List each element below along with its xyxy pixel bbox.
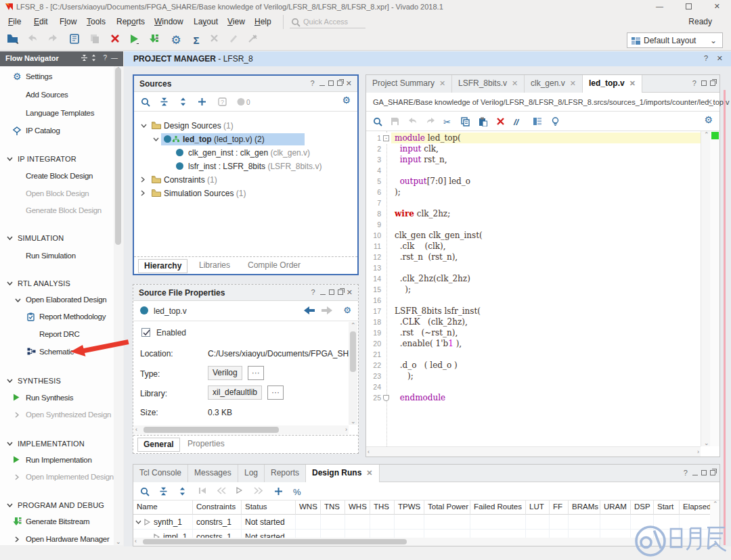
- indent-icon[interactable]: [533, 117, 542, 126]
- bottom-tab-log[interactable]: Log: [238, 465, 265, 482]
- settings-gear-icon[interactable]: ⚙: [343, 305, 351, 315]
- minimize-panel-icon[interactable]: [320, 289, 326, 295]
- menu-edit[interactable]: Edit: [34, 17, 48, 26]
- runs-cell[interactable]: impl_1: [133, 530, 193, 538]
- float-panel-icon[interactable]: [337, 80, 342, 86]
- expand-all-icon[interactable]: [179, 97, 187, 106]
- editor-tab-led-top-v[interactable]: led_top.v✕: [583, 75, 642, 93]
- menu-reports[interactable]: Reports: [116, 17, 145, 26]
- prev-run-icon[interactable]: [217, 487, 226, 494]
- menu-view[interactable]: View: [227, 17, 245, 26]
- help-icon[interactable]: ?: [692, 79, 698, 87]
- float-panel-icon[interactable]: [710, 80, 715, 86]
- tree-item-clk-gen-inst-clk-gen[interactable]: clk_gen_inst : clk_gen (clk_gen.v): [134, 146, 357, 160]
- messages-badge[interactable]: 0: [237, 97, 253, 106]
- minimize-panel-icon[interactable]: —: [111, 54, 118, 62]
- wand-icon[interactable]: [248, 34, 261, 47]
- close-tab-icon[interactable]: ✕: [512, 79, 518, 87]
- lightbulb-icon[interactable]: [552, 117, 559, 126]
- redo-icon[interactable]: [47, 34, 61, 47]
- tree-item-lsfr-inst-lsfr-8bits[interactable]: lsfr_inst : LSFR_8bits (LSFR_8bits.v): [134, 160, 357, 173]
- flownav-run-synthesis[interactable]: Run Synthesis: [0, 394, 115, 404]
- flownav-synthesis-section[interactable]: SYNTHESIS: [0, 377, 115, 388]
- quick-access-search[interactable]: Quick Access: [290, 16, 366, 28]
- menu-window[interactable]: Window: [154, 17, 183, 26]
- layout-selector[interactable]: Default Layout ⌄: [627, 32, 723, 48]
- bottom-tab-tcl-console[interactable]: Tcl Console: [133, 465, 188, 482]
- sources-tab-hierarchy[interactable]: Hierarchy: [138, 259, 187, 273]
- maximize-panel-icon[interactable]: [701, 470, 707, 475]
- flownav-run-simulation[interactable]: Run Simulation: [0, 252, 115, 262]
- editor-vertical-scrollbar[interactable]: ⌃⌄: [701, 131, 710, 446]
- expand-all-icon[interactable]: [90, 54, 97, 62]
- generate-bitstream-icon[interactable]: [149, 34, 162, 47]
- editor-tab-lsfr-8bits-v[interactable]: LSFR_8bits.v✕: [452, 75, 525, 93]
- menu-tools[interactable]: Tools: [87, 17, 106, 26]
- flownav-simulation-section[interactable]: SIMULATION: [0, 234, 115, 245]
- column-header-status[interactable]: Status: [242, 500, 296, 515]
- flownav-open-hardware-manager[interactable]: Open Hardware Manager: [0, 535, 115, 546]
- tree-item-led-top[interactable]: led_top (led_top.v) (2): [134, 133, 357, 146]
- settings-gear-icon[interactable]: ⚙: [704, 116, 713, 125]
- column-header-ths[interactable]: THS: [370, 500, 395, 515]
- more-button[interactable]: ···: [267, 386, 284, 400]
- column-header-wns[interactable]: WNS: [296, 500, 321, 515]
- forward-arrow-icon[interactable]: [322, 306, 332, 314]
- more-button[interactable]: ···: [248, 366, 264, 380]
- float-panel-icon[interactable]: [338, 289, 343, 295]
- flownav-add-sources[interactable]: Add Sources: [0, 91, 115, 101]
- maximize-panel-icon[interactable]: [329, 289, 334, 295]
- menu-help[interactable]: Help: [254, 17, 271, 26]
- collapse-all-icon[interactable]: [159, 487, 168, 496]
- sfp-field-value[interactable]: xil_defaultlib···: [208, 386, 284, 400]
- column-header-total-power[interactable]: Total Power: [424, 500, 470, 515]
- search-icon[interactable]: [141, 97, 150, 107]
- editor-horizontal-scrollbar[interactable]: ‹›: [366, 446, 701, 457]
- maximize-window-icon[interactable]: [686, 3, 692, 9]
- help-icon[interactable]: ?: [103, 54, 107, 62]
- flownav-report-methodology[interactable]: Report Methodology: [0, 312, 115, 323]
- add-sources-icon[interactable]: [198, 97, 206, 106]
- close-window-icon[interactable]: ✕: [714, 2, 720, 11]
- flow-navigator-scrollbar[interactable]: ⌃ ⌄: [114, 66, 123, 545]
- delete-icon[interactable]: [496, 117, 505, 126]
- delete-icon[interactable]: [110, 34, 124, 47]
- flownav-create-block-design[interactable]: Create Block Design: [0, 172, 115, 183]
- flownav-open-elaborated-design[interactable]: Open Elaborated Design: [0, 296, 115, 306]
- editor-tab-clk-gen-v[interactable]: clk_gen.v✕: [525, 75, 583, 93]
- sources-tab-compile-order[interactable]: Compile Order: [242, 259, 306, 273]
- sfp-tab-properties[interactable]: Properties: [182, 438, 230, 452]
- flownav-generate-bitstream[interactable]: Generate Bitstream: [0, 517, 115, 528]
- search-icon[interactable]: [373, 117, 382, 126]
- close-tab-icon[interactable]: ✕: [570, 79, 576, 87]
- run-icon[interactable]: [129, 34, 143, 47]
- minimize-panel-icon[interactable]: [692, 470, 698, 475]
- column-header-start[interactable]: Start: [654, 500, 680, 515]
- copy-icon[interactable]: [461, 117, 470, 126]
- undo-icon[interactable]: [27, 34, 41, 47]
- undo-icon[interactable]: [408, 117, 418, 124]
- flownav-open-block-design[interactable]: Open Block Design: [0, 189, 115, 200]
- cut-icon[interactable]: ✂: [443, 117, 451, 127]
- flownav-ip-catalog[interactable]: IP Catalog: [0, 126, 115, 137]
- help-icon[interactable]: ?: [310, 79, 315, 87]
- column-header-uram[interactable]: URAM: [600, 500, 631, 515]
- flownav-language-templates[interactable]: Language Templates: [0, 109, 115, 120]
- back-arrow-icon[interactable]: [304, 306, 315, 314]
- first-run-icon[interactable]: [198, 487, 206, 494]
- column-header-elapsed[interactable]: Elapsed: [680, 500, 714, 515]
- flownav-open-synthesized-design[interactable]: Open Synthesized Design: [0, 411, 115, 421]
- tree-item-simulation-sources[interactable]: Simulation Sources (1): [134, 187, 357, 200]
- minimize-panel-icon[interactable]: [319, 80, 325, 86]
- flownav-rtl-analysis-section[interactable]: RTL ANALYSIS: [0, 279, 115, 290]
- add-run-icon[interactable]: [274, 487, 283, 496]
- help-icon[interactable]: ?: [684, 469, 689, 477]
- paste-icon[interactable]: [479, 117, 487, 126]
- next-run-icon[interactable]: [254, 487, 263, 494]
- percent-icon[interactable]: %: [293, 487, 301, 497]
- flownav-open-implemented-design[interactable]: Open Implemented Design: [0, 473, 115, 484]
- menu-flow[interactable]: Flow: [60, 17, 76, 26]
- maximize-panel-icon[interactable]: [701, 80, 707, 86]
- column-header-tpws[interactable]: TPWS: [395, 500, 424, 515]
- column-header-constraints[interactable]: Constraints: [193, 500, 242, 515]
